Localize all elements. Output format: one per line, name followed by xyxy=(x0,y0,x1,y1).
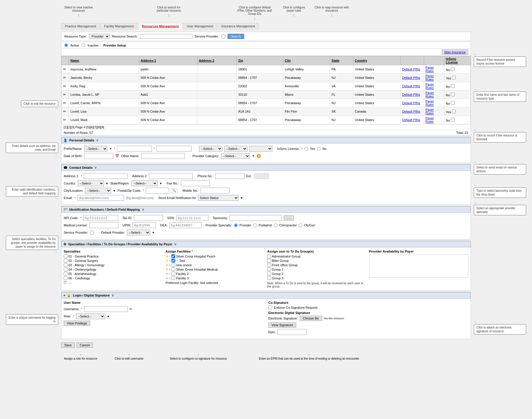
npi-input[interactable] xyxy=(83,215,118,221)
dob-input[interactable] xyxy=(84,153,113,159)
epin-input[interactable] xyxy=(277,329,306,335)
payer-rules-cell[interactable]: Payer Rules xyxy=(424,99,444,107)
username-input[interactable] xyxy=(84,306,128,312)
spec-provider-radio[interactable] xyxy=(234,223,238,227)
todo-check-5[interactable] xyxy=(267,272,271,276)
col-state[interactable]: State xyxy=(330,56,353,65)
first-name-input[interactable] xyxy=(117,146,152,152)
inactive-radio[interactable] xyxy=(81,43,85,47)
phone-input[interactable] xyxy=(215,173,244,179)
taxonomy-lookup-button[interactable]: .... xyxy=(284,215,294,221)
ssn-input[interactable] xyxy=(176,215,208,221)
default-pins-cell[interactable]: Default PINs xyxy=(401,107,424,116)
spec-check-1[interactable] xyxy=(64,254,68,258)
fac-star-2[interactable]: ★ xyxy=(166,259,168,262)
col-name[interactable]: Name xyxy=(69,56,139,65)
spec-chiro-radio[interactable] xyxy=(274,223,278,227)
col-addr2[interactable]: Address 2 xyxy=(197,56,237,65)
tab-resources-management[interactable]: Resources Management xyxy=(138,23,183,29)
fac-star-3[interactable]: ★ xyxy=(166,263,168,267)
select-suffix[interactable]: --Select-- xyxy=(224,146,247,152)
fax-input[interactable] xyxy=(181,180,210,186)
fac-check-6[interactable] xyxy=(171,276,175,280)
tab-insurance-management[interactable]: Insurance Management xyxy=(218,23,259,29)
fac-star-4[interactable]: ★ xyxy=(166,268,168,271)
resource-type-select[interactable]: Provider xyxy=(89,34,110,39)
dea-input[interactable] xyxy=(169,222,201,228)
tab-practice-management[interactable]: Practice Management xyxy=(61,23,100,29)
postal-input[interactable] xyxy=(146,188,169,193)
payer-rules-cell[interactable]: Payer Rules xyxy=(424,65,444,74)
spec-podiatrist-radio[interactable] xyxy=(253,223,257,227)
fac-arrow-5[interactable]: ↑ xyxy=(169,272,171,276)
resource-search-input[interactable] xyxy=(140,34,192,39)
addr2-input[interactable] xyxy=(149,173,193,179)
insync-row-checkbox[interactable] xyxy=(451,101,455,105)
insync-yes-radio[interactable] xyxy=(304,147,308,151)
other-name-input[interactable] xyxy=(141,153,185,159)
city-select[interactable]: --Select-- xyxy=(85,188,111,193)
col-city[interactable]: City xyxy=(283,56,330,65)
select-type[interactable] xyxy=(249,146,272,152)
calendar-icon[interactable]: 📅 xyxy=(115,154,119,158)
edit-cell[interactable]: ✏ xyxy=(62,90,69,99)
fac-check-5[interactable] xyxy=(171,272,175,276)
login-collapse-btn[interactable]: ∨ xyxy=(111,293,114,297)
insync-row-checkbox[interactable] xyxy=(452,76,456,79)
todo-check-3[interactable] xyxy=(267,263,271,267)
fac-arrow-4[interactable]: ↑ xyxy=(169,268,171,271)
select-middle[interactable]: --Select-- xyxy=(199,146,222,152)
fac-star-5[interactable]: ★ xyxy=(166,272,168,275)
country-select[interactable]: --Select-- xyxy=(78,180,104,186)
todo-check-1[interactable] xyxy=(267,254,271,258)
cancel-button[interactable]: Cancel xyxy=(77,342,93,348)
todo-check-6[interactable] xyxy=(267,276,271,280)
spec-check-4[interactable] xyxy=(64,267,68,271)
spec-check-3[interactable] xyxy=(64,263,68,267)
insync-row-checkbox[interactable] xyxy=(451,84,455,88)
edit-cell[interactable]: ✏ xyxy=(62,74,69,82)
fac-check-2[interactable] xyxy=(171,259,175,262)
payer-rules-cell[interactable]: Payer Rules xyxy=(424,107,444,116)
addr1-input[interactable] xyxy=(84,173,127,179)
spec-check-6[interactable] xyxy=(64,276,68,280)
view-privilege-button[interactable]: View Privilege xyxy=(64,321,90,326)
enforce-cosign-checkbox[interactable] xyxy=(268,306,272,309)
default-pins-cell[interactable]: Default PINs xyxy=(401,65,424,74)
edit-username-icon[interactable]: ✏ xyxy=(130,307,132,311)
edit-cell[interactable]: ✏ xyxy=(62,65,69,74)
personal-details-collapse-btn[interactable]: ∨ xyxy=(96,138,99,142)
tab-facility-management[interactable]: Facility Management xyxy=(100,23,138,29)
ext-input[interactable] xyxy=(254,173,269,179)
payer-rules-cell[interactable]: Payer Rules xyxy=(424,74,444,82)
identification-collapse-btn[interactable]: ∨ xyxy=(142,207,144,212)
service-provider-id-checkbox[interactable] xyxy=(90,231,94,235)
active-radio[interactable] xyxy=(64,43,68,47)
edit-cell[interactable]: ✏ xyxy=(62,116,69,124)
payer-rules-cell[interactable]: Payer Rules xyxy=(424,116,444,124)
spec-check-2[interactable] xyxy=(64,259,68,262)
contact-details-collapse-btn[interactable]: ∨ xyxy=(94,166,97,170)
default-pins-cell[interactable]: Default PINs xyxy=(401,74,424,82)
default-pins-cell[interactable]: Default PINs xyxy=(401,90,424,99)
insync-no-radio[interactable] xyxy=(317,147,321,151)
login-expand-icon[interactable]: + xyxy=(63,294,65,297)
todo-check-2[interactable] xyxy=(267,259,271,262)
tab-user-management[interactable]: User Management xyxy=(183,23,217,29)
insync-row-checkbox[interactable] xyxy=(451,93,455,96)
state-select[interactable]: --Select-- xyxy=(131,180,157,186)
todo-check-4[interactable] xyxy=(267,267,271,271)
pagination-links[interactable]: [1][2][3] Page 4 [5][6][7][8][9] xyxy=(64,125,104,129)
taxonomy-input[interactable] xyxy=(230,215,282,221)
edit-cell[interactable]: ✏ xyxy=(62,99,69,107)
search-button[interactable]: Search xyxy=(228,34,244,39)
fac-check-3[interactable] xyxy=(171,263,175,267)
edit-cell[interactable]: ✏ xyxy=(62,107,69,116)
service-provider-checkbox[interactable] xyxy=(221,35,225,38)
prefix-select[interactable]: --Select-- xyxy=(84,146,107,152)
mobile-input[interactable] xyxy=(201,188,230,193)
last-name-input[interactable] xyxy=(157,146,191,152)
spec-obgyn-radio[interactable] xyxy=(299,223,302,227)
email-input[interactable] xyxy=(77,195,124,201)
col-country[interactable]: Country xyxy=(353,56,401,65)
